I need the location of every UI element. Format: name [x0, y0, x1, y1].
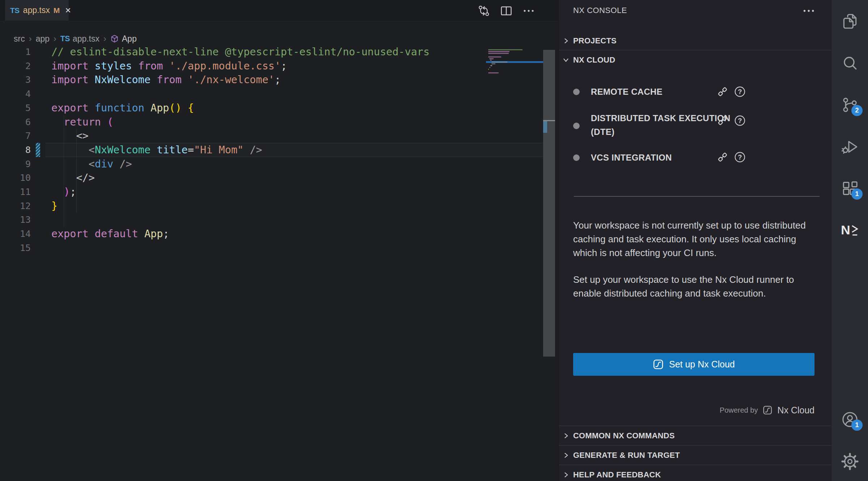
- paragraph: Your workspace is not currently set up t…: [573, 218, 816, 260]
- activity-item-accounts[interactable]: 1: [841, 410, 859, 429]
- code-line-15[interactable]: 15: [0, 241, 543, 255]
- activity-item-settings[interactable]: [841, 452, 859, 471]
- breadcrumb-label: app: [36, 34, 50, 44]
- minimap-line: [491, 63, 495, 64]
- breadcrumb-item-app[interactable]: app: [36, 34, 50, 44]
- ts-icon: TS: [60, 34, 70, 43]
- code-line-7[interactable]: 7 <>: [0, 129, 543, 143]
- nx-cloud-item-vcs-integration[interactable]: VCS INTEGRATION?: [559, 148, 832, 167]
- close-icon[interactable]: ✕: [65, 6, 72, 15]
- code-line-3[interactable]: 3import NxWelcome from './nx-welcome';: [0, 73, 543, 87]
- help-icon[interactable]: ?: [734, 114, 746, 127]
- vscode-window: TS app.tsx M ✕ src›app›TSapp.tsx›App 1//…: [0, 0, 868, 481]
- code-text: export function App() {: [51, 101, 194, 115]
- setup-nx-cloud-button[interactable]: Set up Nx Cloud: [573, 353, 815, 376]
- plug-icon[interactable]: [716, 151, 729, 163]
- minimap-line: [488, 72, 499, 73]
- chevron-right-icon: [562, 452, 570, 459]
- workspace-message: Your workspace is not currently set up t…: [573, 218, 816, 313]
- breadcrumb-separator-icon: ›: [53, 34, 56, 44]
- section-label: HELP AND FEEDBACK: [573, 470, 661, 480]
- help-icon[interactable]: ?: [734, 151, 746, 163]
- code-editor[interactable]: 1// eslint-disable-next-line @typescript…: [0, 45, 558, 298]
- scrollbar[interactable]: [543, 50, 555, 357]
- code-line-10[interactable]: 10 </>: [0, 171, 543, 185]
- divider: [574, 196, 820, 197]
- breadcrumb-item-src[interactable]: src: [14, 34, 25, 44]
- tab-title: app.tsx: [23, 5, 50, 15]
- section-projects[interactable]: PROJECTS: [559, 32, 831, 50]
- breadcrumb-item-app-tsx[interactable]: TSapp.tsx: [60, 34, 99, 44]
- code-line-13[interactable]: 13: [0, 213, 543, 227]
- tab-bar: TS app.tsx M ✕: [0, 0, 558, 21]
- powered-by-label: Powered by: [720, 406, 758, 414]
- chevron-right-icon: [562, 37, 570, 44]
- code-text: export default App;: [51, 227, 169, 241]
- code-line-5[interactable]: 5export function App() {: [0, 101, 543, 115]
- svg-text:?: ?: [738, 154, 742, 161]
- code-line-11[interactable]: 11 );: [0, 185, 543, 199]
- line-number: 15: [9, 241, 31, 255]
- code-line-8[interactable]: 8 <NxWelcome title="Hi Mom" />: [0, 143, 543, 157]
- line-number: 8: [9, 143, 31, 157]
- section-generate-run-target[interactable]: GENERATE & RUN TARGET: [559, 446, 831, 465]
- activity-item-source-control[interactable]: 2: [841, 96, 859, 114]
- code-line-2[interactable]: 2import styles from './app.module.css';: [0, 59, 543, 73]
- more-actions-icon[interactable]: [802, 4, 816, 18]
- minimap-line: [491, 61, 507, 63]
- code-text: <NxWelcome title="Hi Mom" />: [51, 143, 262, 157]
- line-number: 1: [9, 45, 31, 59]
- code-line-4[interactable]: 4: [0, 87, 543, 101]
- section-label: PROJECTS: [573, 36, 616, 46]
- code-line-1[interactable]: 1// eslint-disable-next-line @typescript…: [0, 45, 543, 59]
- brand-label: Nx Cloud: [777, 405, 815, 416]
- breadcrumb-separator-icon: ›: [103, 34, 106, 44]
- button-label: Set up Nx Cloud: [669, 359, 735, 370]
- section-nx-cloud[interactable]: NX CLOUD: [559, 51, 831, 69]
- nx-cloud-item-remote-cache[interactable]: REMOTE CACHE?: [559, 82, 832, 101]
- activity-item-nx-console[interactable]: N: [841, 221, 859, 239]
- badge: 1: [851, 420, 863, 431]
- breadcrumb-item-app[interactable]: App: [110, 34, 137, 44]
- activity-item-explorer[interactable]: [841, 12, 859, 30]
- minimap[interactable]: [486, 47, 543, 77]
- split-editor-icon[interactable]: [498, 3, 514, 19]
- code-text: import NxWelcome from './nx-welcome';: [51, 73, 281, 87]
- code-line-9[interactable]: 9 <div />: [0, 157, 543, 171]
- line-number: 5: [9, 101, 31, 115]
- line-number: 6: [9, 115, 31, 129]
- activity-item-extensions[interactable]: 1: [841, 179, 859, 197]
- section-help-and-feedback[interactable]: HELP AND FEEDBACK: [559, 465, 831, 481]
- line-number: 3: [9, 73, 31, 87]
- code-text: // eslint-disable-next-line @typescript-…: [51, 45, 430, 59]
- status-bullet-icon: [573, 89, 580, 95]
- minimap-line: [489, 58, 494, 59]
- minimap-line: [488, 49, 523, 50]
- svg-text:?: ?: [738, 117, 742, 124]
- tab-app-tsx[interactable]: TS app.tsx M ✕: [5, 0, 69, 21]
- nx-cloud-item-distributed-task-execution-dte[interactable]: DISTRIBUTED TASK EXECUTION (DTE)?: [559, 108, 832, 143]
- minimap-line: [488, 69, 489, 70]
- plug-icon[interactable]: [716, 85, 729, 98]
- plug-icon[interactable]: [716, 114, 729, 127]
- breadcrumb-label: app.tsx: [73, 34, 99, 44]
- code-line-12[interactable]: 12}: [0, 199, 543, 213]
- section-label: NX CLOUD: [573, 55, 615, 65]
- overview-ruler-modified-decoration: [543, 121, 547, 133]
- badge: 1: [851, 188, 863, 200]
- more-actions-icon[interactable]: [521, 3, 537, 19]
- code-text: import styles from './app.module.css';: [51, 59, 287, 73]
- code-text: <>: [51, 129, 89, 143]
- code-line-14[interactable]: 14export default App;: [0, 227, 543, 241]
- editor-group: TS app.tsx M ✕ src›app›TSapp.tsx›App 1//…: [0, 0, 558, 481]
- activity-item-search[interactable]: [841, 54, 859, 72]
- section-common-nx-commands[interactable]: COMMON NX COMMANDS: [559, 426, 831, 445]
- activity-item-run-and-debug[interactable]: [841, 138, 859, 156]
- minimap-line: [488, 53, 509, 54]
- code-text: </>: [51, 171, 95, 185]
- line-number: 13: [9, 213, 31, 227]
- code-line-6[interactable]: 6 return (: [0, 115, 543, 129]
- help-icon[interactable]: ?: [734, 85, 746, 98]
- open-changes-icon[interactable]: [476, 3, 492, 19]
- svg-text:N: N: [841, 223, 850, 237]
